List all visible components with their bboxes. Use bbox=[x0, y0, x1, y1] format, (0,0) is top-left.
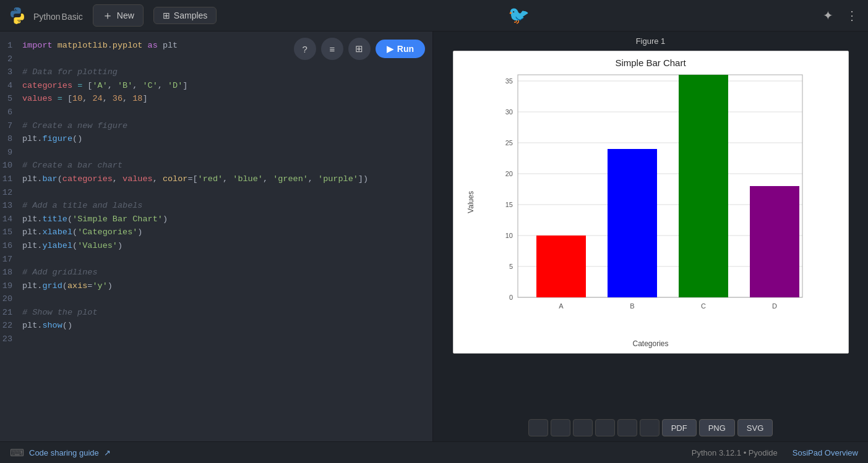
samples-button[interactable]: ⊞ Samples bbox=[153, 7, 217, 24]
code-panel: ? ≡ ⊞ ▶ Run 1 import matplotlib.pyplot a… bbox=[0, 32, 433, 441]
python-version: Python 3.12.1 • Pyodide bbox=[692, 448, 778, 457]
svg-text:C: C bbox=[701, 302, 706, 310]
code-line: 20 bbox=[0, 292, 432, 306]
code-line: 6 bbox=[0, 106, 432, 119]
bar-B bbox=[608, 149, 657, 297]
svg-text:30: 30 bbox=[505, 108, 512, 116]
code-line: 11 plt.bar(categories, values, color=['r… bbox=[0, 172, 432, 186]
chart-container: Simple Bar Chart Values Categories bbox=[433, 48, 868, 414]
play-icon: ▶ bbox=[387, 44, 393, 54]
list-button[interactable]: ≡ bbox=[321, 38, 343, 60]
bottom-bar: ⌨ Code sharing guide ↗ Python 3.12.1 • P… bbox=[0, 441, 868, 463]
mascot-icon: 🐦 bbox=[508, 5, 530, 26]
export-toolbar: PDF PNG SVG bbox=[433, 414, 868, 441]
code-line: 17 bbox=[0, 253, 432, 266]
svg-text:D: D bbox=[772, 302, 777, 310]
code-line: 8 plt.figure() bbox=[0, 132, 432, 146]
list-icon: ≡ bbox=[329, 44, 335, 54]
top-nav: PythonBasic ＋ New ⊞ Samples 🐦 ✦ ⋮ bbox=[0, 0, 868, 32]
keyboard-icon: ⌨ bbox=[10, 447, 24, 459]
code-line: 22 plt.show() bbox=[0, 319, 432, 333]
code-line: 19 plt.grid(axis='y') bbox=[0, 279, 432, 293]
help-button[interactable]: ? bbox=[294, 38, 316, 60]
export-icon-2[interactable] bbox=[551, 419, 570, 436]
code-sharing-link[interactable]: Code sharing guide bbox=[29, 448, 99, 457]
code-editor[interactable]: 1 import matplotlib.pyplot as plt 2 3 # … bbox=[0, 32, 432, 441]
code-line: 18 # Add gridlines bbox=[0, 266, 432, 279]
new-button[interactable]: ＋ New bbox=[93, 4, 144, 27]
brightness-button[interactable]: ✦ bbox=[820, 6, 836, 25]
nav-right: ✦ ⋮ bbox=[820, 6, 861, 25]
code-line: 9 bbox=[0, 146, 432, 159]
svg-export-button[interactable]: SVG bbox=[737, 419, 773, 436]
code-line: 15 plt.xlabel('Categories') bbox=[0, 226, 432, 239]
export-icon-3[interactable] bbox=[573, 419, 593, 436]
bottom-left: ⌨ Code sharing guide ↗ bbox=[10, 447, 111, 459]
svg-text:35: 35 bbox=[505, 77, 512, 85]
samples-icon: ⊞ bbox=[163, 11, 170, 20]
nav-center: 🐦 bbox=[226, 5, 810, 26]
code-line: 10 # Create a bar chart bbox=[0, 159, 432, 172]
svg-text:15: 15 bbox=[505, 201, 512, 208]
y-axis-label: Values bbox=[466, 191, 475, 213]
code-line: 13 # Add a title and labels bbox=[0, 199, 432, 213]
bar-chart: 0 5 10 15 20 25 30 35 bbox=[484, 69, 848, 328]
svg-text:5: 5 bbox=[509, 263, 512, 270]
svg-text:25: 25 bbox=[505, 139, 512, 147]
overview-link[interactable]: SosiPad Overview bbox=[793, 448, 858, 457]
code-line: 14 plt.title('Simple Bar Chart') bbox=[0, 213, 432, 226]
code-line: 7 # Create a new figure bbox=[0, 119, 432, 133]
export-icon-1[interactable] bbox=[528, 419, 548, 436]
export-icon-4[interactable] bbox=[595, 419, 615, 436]
bar-D bbox=[750, 186, 799, 297]
export-icon-5[interactable] bbox=[617, 419, 637, 436]
code-line: 4 categories = ['A', 'B', 'C', 'D'] bbox=[0, 79, 432, 93]
svg-text:0: 0 bbox=[509, 294, 512, 301]
export-icon-6[interactable] bbox=[640, 419, 660, 436]
external-link-icon: ↗ bbox=[104, 448, 111, 457]
chart-wrapper: Simple Bar Chart Values Categories bbox=[453, 51, 849, 354]
code-line: 16 plt.ylabel('Values') bbox=[0, 239, 432, 253]
question-icon: ? bbox=[303, 44, 307, 54]
python-logo-icon bbox=[7, 6, 27, 25]
app-title: PythonBasic bbox=[32, 9, 83, 23]
figure-header: Figure 1 bbox=[433, 32, 868, 48]
svg-text:10: 10 bbox=[505, 232, 512, 239]
svg-text:B: B bbox=[630, 302, 634, 310]
code-line: 23 bbox=[0, 333, 432, 346]
x-axis-label: Categories bbox=[632, 339, 668, 348]
pdf-export-button[interactable]: PDF bbox=[662, 419, 697, 436]
output-panel: Figure 1 Simple Bar Chart Values Categor… bbox=[433, 32, 868, 441]
bar-A bbox=[536, 236, 586, 297]
png-export-button[interactable]: PNG bbox=[699, 419, 735, 436]
run-button[interactable]: ▶ Run bbox=[376, 40, 425, 58]
image-icon: ⊞ bbox=[355, 43, 363, 54]
main-content: ? ≡ ⊞ ▶ Run 1 import matplotlib.pyplot a… bbox=[0, 32, 868, 441]
bottom-right: Python 3.12.1 • Pyodide SosiPad Overview bbox=[692, 448, 858, 457]
chart-title: Simple Bar Chart bbox=[453, 51, 848, 68]
code-line: 12 bbox=[0, 186, 432, 200]
code-toolbar: ? ≡ ⊞ ▶ Run bbox=[294, 38, 425, 60]
bar-C bbox=[679, 75, 728, 297]
image-button[interactable]: ⊞ bbox=[348, 38, 371, 60]
menu-button[interactable]: ⋮ bbox=[843, 6, 861, 25]
svg-text:A: A bbox=[559, 302, 564, 310]
plus-icon: ＋ bbox=[102, 8, 113, 23]
code-line: 21 # Show the plot bbox=[0, 306, 432, 320]
app-logo: PythonBasic bbox=[7, 6, 83, 25]
code-line: 5 values = [10, 24, 36, 18] bbox=[0, 92, 432, 106]
svg-text:20: 20 bbox=[505, 170, 512, 177]
code-line: 3 # Data for plotting bbox=[0, 66, 432, 79]
